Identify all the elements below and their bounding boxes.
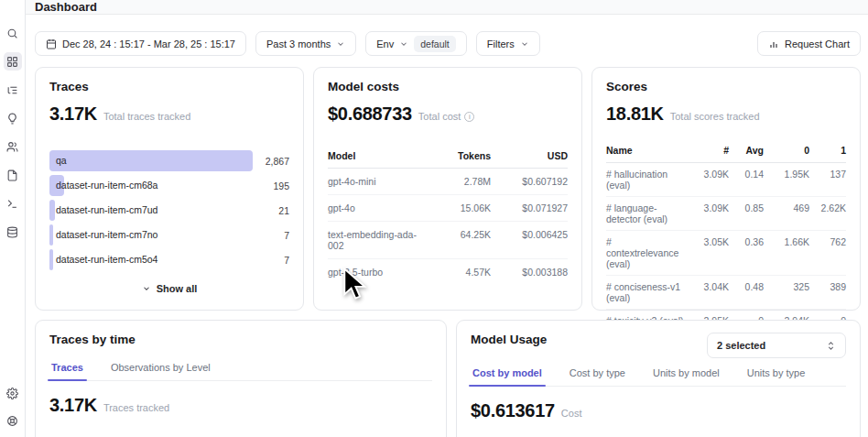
chevron-down-icon xyxy=(142,284,151,293)
table-row[interactable]: gpt-4o-mini2.78M$0.607192 xyxy=(328,169,568,195)
main-area: Dashboard Dec 28, 24 : 15:17 - Mar 28, 2… xyxy=(26,0,868,437)
filters-dropdown[interactable]: Filters xyxy=(476,31,540,56)
chevron-down-icon xyxy=(520,39,529,49)
card-title: Traces xyxy=(49,80,289,93)
bar-row[interactable]: dataset-run-item-cm68a 195 xyxy=(49,175,289,196)
sidebar xyxy=(0,0,26,437)
scores-card: Scores 18.81K Total scores tracked Name … xyxy=(591,67,861,311)
chevron-down-icon xyxy=(336,39,345,49)
document-icon[interactable] xyxy=(4,166,22,184)
traces-bar-list: qa 2,867 dataset-run-item-cm68a 195 data… xyxy=(49,150,289,270)
tab-cost-by-model[interactable]: Cost by model xyxy=(471,364,544,386)
calendar-icon xyxy=(46,38,57,49)
model-usage-tabs: Cost by model Cost by type Units by mode… xyxy=(471,364,846,387)
table-row[interactable]: # language-detector (eval)3.09K0.854692.… xyxy=(606,197,846,231)
time-preset-dropdown[interactable]: Past 3 months xyxy=(255,31,356,56)
tab-observations-by-level[interactable]: Observations by Level xyxy=(109,358,212,380)
table-row[interactable]: # contextrelevance (eval)3.05K0.361.66K7… xyxy=(606,231,846,276)
traces-by-time-card: Traces by time Traces Observations by Le… xyxy=(35,320,447,437)
page-header: Dashboard xyxy=(26,0,868,15)
request-chart-button[interactable]: Request Chart xyxy=(757,31,861,56)
bar-row[interactable]: dataset-run-item-cm7no 7 xyxy=(49,224,289,246)
model-costs-table: Model Tokens USD gpt-4o-mini2.78M$0.6071… xyxy=(328,147,568,285)
tab-cost-by-type[interactable]: Cost by type xyxy=(568,364,627,386)
bar-row[interactable]: dataset-run-item-cm5o4 7 xyxy=(49,249,289,270)
scores-table: Name # Avg 0 1 # hallucination (eval)3.0… xyxy=(606,141,846,332)
show-all-button[interactable]: Show all xyxy=(49,283,289,294)
model-select-dropdown[interactable]: 2 selected xyxy=(707,333,846,358)
card-title: Scores xyxy=(606,80,846,93)
filter-bar: Dec 28, 24 : 15:17 - Mar 28, 25 : 15:17 … xyxy=(35,31,861,56)
trace-tree-icon[interactable] xyxy=(4,81,22,99)
env-dropdown[interactable]: Env default xyxy=(365,31,467,56)
table-row[interactable]: text-embedding-ada-00264.25K$0.006425 xyxy=(328,222,568,259)
traces-total-metric: 3.17K xyxy=(49,104,97,125)
traces-tracked-metric: 3.17K xyxy=(49,395,97,416)
tab-units-by-model[interactable]: Units by model xyxy=(651,364,722,386)
scores-total-metric: 18.81K xyxy=(606,104,664,125)
traces-card: Traces 3.17K Total traces tracked qa 2,8… xyxy=(35,67,304,311)
bar-chart-icon xyxy=(768,38,779,49)
info-icon[interactable]: i xyxy=(464,112,474,122)
terminal-icon[interactable] xyxy=(4,194,22,213)
card-title: Model Usage xyxy=(471,333,547,346)
model-usage-cost-metric: $0.613617 xyxy=(471,400,555,421)
chevrons-up-down-icon xyxy=(826,341,836,351)
traces-by-time-tabs: Traces Observations by Level xyxy=(49,358,432,381)
settings-gear-icon[interactable] xyxy=(4,384,22,402)
bar-row[interactable]: qa 2,867 xyxy=(49,150,289,171)
table-row[interactable]: gpt-3.5-turbo4.57K$0.003188 xyxy=(328,259,568,285)
tab-units-by-type[interactable]: Units by type xyxy=(745,364,808,386)
page-title: Dashboard xyxy=(35,0,97,14)
date-range-picker[interactable]: Dec 28, 24 : 15:17 - Mar 28, 25 : 15:17 xyxy=(35,31,246,56)
card-title: Traces by time xyxy=(49,333,432,346)
users-icon[interactable] xyxy=(4,137,22,156)
tab-traces[interactable]: Traces xyxy=(49,358,85,380)
lightbulb-icon[interactable] xyxy=(4,109,22,127)
model-costs-card: Model costs $0.688733 Total cost i Model… xyxy=(313,67,582,311)
support-icon[interactable] xyxy=(4,411,22,430)
table-row[interactable]: # hallucination (eval)3.09K0.141.95K137 xyxy=(606,163,846,197)
table-row[interactable]: gpt-4o15.06K$0.071927 xyxy=(328,195,568,222)
total-cost-metric: $0.688733 xyxy=(328,104,412,125)
table-row[interactable]: # conciseness-v1 (eval)3.04K0.48325389 xyxy=(606,276,846,310)
chevron-down-icon xyxy=(399,39,408,49)
model-usage-card: Model Usage 2 selected Cost by model Cos… xyxy=(456,320,861,437)
card-title: Model costs xyxy=(328,80,568,93)
search-icon[interactable] xyxy=(4,24,22,42)
bar-row[interactable]: dataset-run-item-cm7ud 21 xyxy=(49,200,289,221)
dashboard-icon[interactable] xyxy=(4,52,22,71)
env-default-badge: default xyxy=(414,36,456,52)
database-icon[interactable] xyxy=(4,223,22,241)
